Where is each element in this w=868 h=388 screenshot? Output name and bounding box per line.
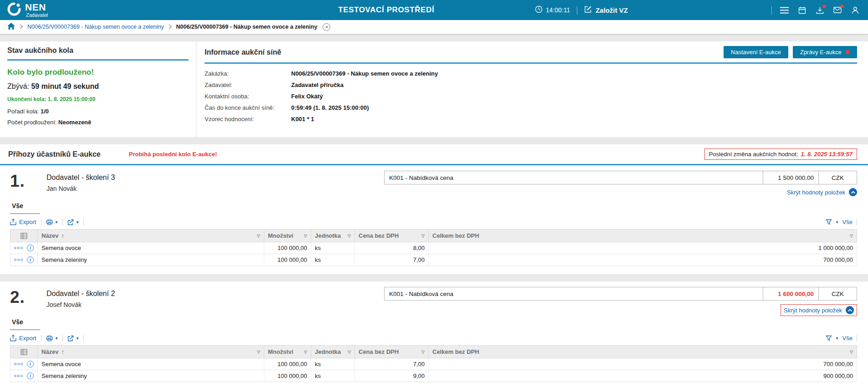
caret-down-icon[interactable]: ▾ [77,220,79,225]
row-actions-icon[interactable] [14,247,23,249]
row-actions-icon[interactable] [14,363,23,365]
item-total: 700 000,00 [429,358,857,370]
info-icon[interactable]: i [27,256,34,263]
bid-value: 1 500 000,00 [763,171,819,184]
column-header-name[interactable]: Název↑▽ [38,346,264,358]
environment-title: TESTOVACÍ PROSTŘEDÍ [338,5,434,15]
filter-caret-icon[interactable]: ▽ [304,234,307,238]
round-order: Pořadí kola: 1/0 [7,108,189,115]
item-unit: ks [311,254,355,266]
sort-asc-icon[interactable]: ↑ [62,233,64,239]
calendar-button[interactable] [796,5,807,15]
filter-button[interactable] [826,335,832,341]
downloads-button[interactable] [814,5,825,15]
item-name: Semena zeleniny [38,370,264,382]
item-qty: 100 000,00 [264,370,311,382]
export-button[interactable]: Export [10,335,36,342]
item-price: 7,00 [355,358,429,370]
column-header-total[interactable]: Celkem bez DPH▽ [429,346,857,358]
table-toolbar: Export ▾ ▾ ▾ Vše [10,335,857,342]
column-header-unit[interactable]: Jednotka▽ [311,230,355,242]
nen-logo[interactable]: NEN Zadavatel [7,2,48,18]
filter-caret-icon[interactable]: ▽ [257,350,260,354]
eauction-messages-button[interactable]: Zprávy E-aukce [793,46,857,58]
chevron-up-circle-icon[interactable] [846,306,854,314]
item-qty: 100 000,00 [264,242,311,254]
filter-caret-icon[interactable]: ▽ [257,234,260,238]
info-panel-title: Informace aukční síně [205,48,281,56]
chevron-right-icon [20,23,23,31]
logo-text: NEN [25,2,48,12]
row-actions-icon[interactable] [14,259,23,261]
caret-down-icon[interactable]: ▾ [77,336,79,341]
column-header-total[interactable]: Celkem bez DPH▽ [429,230,857,242]
filter-caret-icon[interactable]: ▽ [421,234,425,238]
share-button[interactable]: ▾ [67,219,79,225]
eauction-settings-button[interactable]: Nastavení E-aukce [724,46,788,58]
show-all-link[interactable]: Vše [842,335,853,342]
divider [62,219,63,225]
caret-down-icon[interactable]: ▾ [56,220,58,225]
bid-summary: K001 - Nabídková cena 1 600 000,00 CZK S… [384,287,857,316]
grid-icon[interactable] [14,349,34,355]
column-settings-header[interactable] [10,230,38,242]
create-vz-button[interactable]: Založit VZ [584,5,628,15]
column-header-name[interactable]: Název↑▽ [38,230,264,242]
hide-item-values-toggle[interactable]: Skrýt hodnoty položek [781,304,857,316]
edit-icon [584,5,592,15]
column-header-unit[interactable]: Jednotka▽ [311,346,355,358]
breadcrumb-link[interactable]: N006/25/V00007369 - Nákup semen ovoce a … [27,24,164,30]
chevron-up-circle-icon[interactable] [849,188,857,196]
info-icon[interactable]: i [27,245,34,251]
filter-caret-icon[interactable]: ▽ [850,350,853,354]
bid-currency: CZK [819,171,857,184]
column-header-qty[interactable]: Množství▽ [264,346,311,358]
hide-item-values-toggle[interactable]: Skrýt hodnoty položek [787,188,857,196]
print-button[interactable]: ▾ [46,335,58,342]
filter-caret-icon[interactable]: ▽ [421,350,425,354]
print-button[interactable]: ▾ [46,219,58,225]
item-total: 1 000 000,00 [429,242,857,254]
filter-button[interactable] [826,219,832,225]
column-settings-header[interactable] [10,346,38,358]
tab-all[interactable]: Vše [10,200,40,214]
close-tab-icon[interactable]: × [323,23,330,31]
export-button[interactable]: Export [10,219,36,225]
filter-caret-icon[interactable]: ▽ [850,234,853,238]
caret-down-icon[interactable]: ▾ [836,336,838,341]
column-header-price[interactable]: Cena bez DPH▽ [355,230,429,242]
filter-caret-icon[interactable]: ▽ [304,350,307,354]
round-panel-title: Stav aukčního kola [7,46,73,55]
item-unit: ks [311,242,355,254]
divider [41,219,41,225]
table-row: i Semena zeleniny 100 000,00 ks 7,00 700… [10,254,857,266]
row-actions-icon[interactable] [14,375,23,377]
show-all-link[interactable]: Vše [842,219,853,225]
column-header-qty[interactable]: Množství▽ [264,230,311,242]
caret-down-icon[interactable]: ▾ [56,336,58,341]
logo-role: Zadavatel [26,13,48,18]
tab-all[interactable]: Vše [10,316,40,330]
caret-down-icon[interactable]: ▾ [836,220,838,225]
info-icon[interactable]: i [27,361,34,368]
item-price: 8,00 [355,242,429,254]
item-name: Semena zeleniny [38,254,264,266]
sort-asc-icon[interactable]: ↑ [62,349,64,355]
items-table: Název↑▽ Množství▽ Jednotka▽ Cena bez DPH… [10,229,857,266]
nen-logo-icon [7,2,21,18]
notification-dot [846,50,850,54]
filter-caret-icon[interactable]: ▽ [348,234,351,238]
info-icon[interactable]: i [27,373,34,379]
share-button[interactable]: ▾ [67,335,79,342]
messages-button[interactable] [832,5,843,15]
grid-icon[interactable] [14,233,34,239]
round-prolonged-message: Kolo bylo prodlouženo! [7,68,189,77]
prolong-count: Počet prodloužení: Neomezeně [7,119,189,126]
participant-rank: 2. [10,289,25,306]
column-header-price[interactable]: Cena bez DPH▽ [355,346,429,358]
participant-card: 2. Dodavatel - školení 2 Josef Novák K00… [0,281,868,388]
filter-caret-icon[interactable]: ▽ [348,350,351,354]
menu-button[interactable] [779,5,790,15]
user-button[interactable] [850,5,861,15]
home-icon[interactable] [7,23,15,31]
